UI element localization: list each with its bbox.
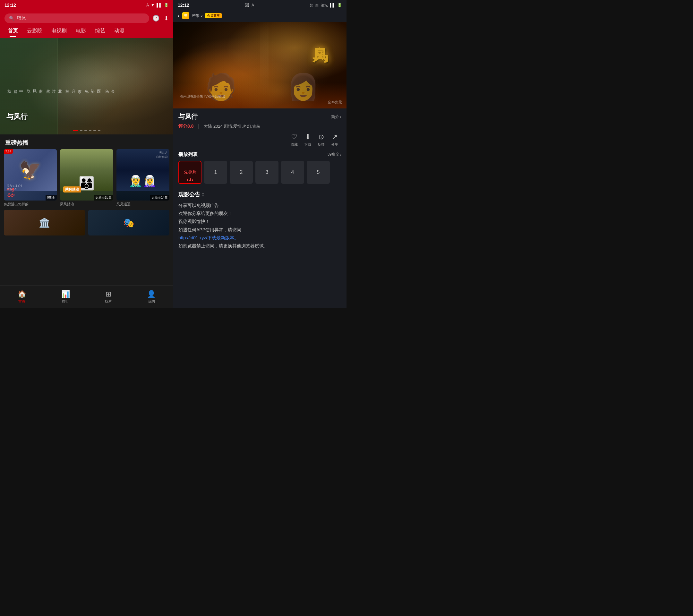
- indicator-a-right: A: [252, 3, 254, 7]
- hero-dot-4[interactable]: [89, 130, 92, 131]
- card-1-inner: 🦅 君たちはどう 生きるか 生き るか 7.14 0集全: [4, 149, 57, 200]
- nav-ranking-label: 排行: [62, 299, 69, 304]
- status-bar-right: 12:12 🖼 A 知 白 论坛 ▌▌ 🔋: [173, 0, 346, 10]
- hero-dot-5[interactable]: [93, 130, 96, 131]
- playlist-item-preview[interactable]: 先导片: [178, 161, 201, 184]
- playlist-section: 播放列表 39集全 › 先导片: [173, 152, 346, 187]
- drama-intro-button[interactable]: 简介 ›: [331, 114, 341, 120]
- card-3-figures-icon: 🧝‍♂️🧝‍♀️: [128, 175, 157, 188]
- tab-movie[interactable]: 电影: [71, 26, 91, 36]
- profile-icon: 👤: [147, 290, 156, 298]
- playlist-item-ep2[interactable]: 2: [230, 161, 253, 184]
- mango-logo-area: ‹ 芒 芒果tv 会员尊享: [178, 12, 222, 19]
- drama-title-cn: 乌凤: [310, 35, 331, 37]
- action-feedback[interactable]: ⊙ 反馈: [318, 133, 325, 147]
- collect-label: 收藏: [291, 142, 298, 147]
- tab-anime[interactable]: 动漫: [110, 26, 129, 36]
- action-download[interactable]: ⬇ 下载: [304, 133, 311, 147]
- playlist-item-ep4[interactable]: 4: [281, 161, 304, 184]
- download-label: 下载: [304, 142, 311, 147]
- wifi-icon: ▼: [151, 3, 155, 7]
- intro-label: 简介: [331, 114, 339, 120]
- search-action-icons: 🕐 ⬇: [152, 15, 169, 22]
- hero-title-text: 与凤行: [6, 112, 27, 122]
- hero-figures: [26, 51, 122, 128]
- history-icon[interactable]: 🕐: [152, 15, 159, 22]
- preview-item-content: 先导片: [184, 170, 196, 175]
- bottom-card-1-bg: 🏛️: [4, 210, 85, 236]
- left-panel: 12:12 A ▼ ▌▌ 🔋 🔍 猎冰 🕐 ⬇ 首页 云影院 电视剧 电影 综艺…: [0, 0, 173, 308]
- nav-tabs: 首页 云影院 电视剧 电影 综艺 动漫: [0, 26, 173, 38]
- playlist-all-button[interactable]: 39集全 ›: [328, 152, 341, 157]
- hero-banner[interactable]: 中庭秋 南风欣 北过然 东升楠 西坠兔 金乌 与凤行: [0, 38, 173, 135]
- tab-cloud-cinema[interactable]: 云影院: [22, 26, 47, 36]
- ep5-label: 5: [317, 170, 320, 175]
- playlist-item-ep1[interactable]: 1: [204, 161, 227, 184]
- nav-item-search[interactable]: ⊞ 找片: [105, 290, 112, 304]
- status-icons-right: 知 白 论坛 ▌▌ 🔋: [310, 3, 342, 8]
- nav-search-label: 找片: [105, 299, 112, 304]
- card-2-update: 更新至18集: [94, 195, 113, 200]
- ranking-icon: 📊: [61, 290, 70, 298]
- card-subtitles-row: 你想活出怎样的... 乘风踏浪 又见逍遥: [0, 200, 173, 206]
- drama-hero-banner[interactable]: 🧑 👩 乌凤 湖南卫视&芒果TV双平台播出 全36集元: [173, 22, 346, 108]
- search-bar: 🔍 猎冰 🕐 ⬇: [0, 10, 173, 26]
- card-drama-3[interactable]: 🧝‍♂️🧝‍♀️ 天乩之白蛇传说 更新至14集: [117, 149, 170, 200]
- ep3-label: 3: [266, 170, 269, 175]
- tab-tv-drama[interactable]: 电视剧: [47, 26, 71, 36]
- nav-profile-label: 我的: [148, 299, 155, 304]
- hero-dot-2[interactable]: [80, 130, 82, 131]
- playlist-title: 播放列表: [178, 152, 198, 158]
- card-1-subtitle: 你想活出怎样的...: [4, 202, 57, 206]
- action-share[interactable]: ↗ 分享: [331, 133, 338, 147]
- hero-dot-1[interactable]: [73, 130, 78, 131]
- card-2-logo: 乘风踏浪: [63, 186, 81, 193]
- card-swimsuit-saga[interactable]: 👨‍👩‍👦 乘风踏浪 更新至18集: [60, 149, 113, 200]
- announce-link[interactable]: http://ct01.xyz/下载最新版本。: [178, 234, 341, 242]
- nav-item-ranking[interactable]: 📊 排行: [61, 290, 70, 304]
- bottom-nav-left: 🏠 首页 📊 排行 ⊞ 找片 👤 我的: [0, 285, 173, 308]
- nav-item-profile[interactable]: 👤 我的: [147, 290, 156, 304]
- ep1-label: 1: [214, 170, 217, 175]
- drama-meta-text: 大陆 2024 剧情,爱情,奇幻,古装: [204, 123, 260, 129]
- drama-broadcast-info: 湖南卫视&芒果TV双平台播出: [180, 94, 346, 99]
- action-collect[interactable]: ♡ 收藏: [291, 133, 298, 147]
- feedback-icon: ⊙: [318, 133, 324, 141]
- platform-badge: 会员尊享: [205, 13, 222, 18]
- bar-1: [187, 179, 188, 181]
- playlist-item-ep5[interactable]: 5: [307, 161, 330, 184]
- announce-line-5: 如浏览器禁止访问，请更换其他浏览器试试。: [178, 242, 341, 250]
- status-icons-left: A ▼ ▌▌ 🔋: [146, 3, 169, 7]
- status-bar-left: 12:12 A ▼ ▌▌ 🔋: [0, 0, 173, 10]
- back-button[interactable]: ‹: [178, 13, 180, 19]
- share-icon: ↗: [332, 133, 338, 141]
- bottom-row-cards: 🏛️ 🎭: [0, 206, 173, 236]
- white-icon: 白: [315, 3, 319, 8]
- bar-2: [189, 180, 190, 181]
- playlist-item-ep3[interactable]: 3: [255, 161, 278, 184]
- hero-dot-6[interactable]: [98, 130, 100, 131]
- drama-rating: 评分8.8: [178, 123, 194, 129]
- download-icon[interactable]: ⬇: [164, 15, 169, 22]
- tab-home[interactable]: 首页: [3, 26, 22, 36]
- card-3-update: 更新至14集: [150, 195, 170, 200]
- card-2-subtitle: 乘风踏浪: [60, 202, 113, 206]
- bottom-card-1[interactable]: 🏛️: [4, 210, 85, 236]
- photo-icon: 🖼: [245, 3, 249, 7]
- announce-line-1: 分享可以免视频广告: [178, 201, 341, 210]
- nav-item-home[interactable]: 🏠 首页: [18, 290, 26, 304]
- battery-icon-right: 🔋: [337, 3, 342, 7]
- search-input-wrap[interactable]: 🔍 猎冰: [4, 14, 149, 23]
- playlist-chevron-icon: ›: [340, 153, 341, 157]
- drama-info-section: 与凤行 简介 › 评分8.8 ｜ 大陆 2024 剧情,爱情,奇幻,古装 ♡ 收…: [173, 108, 346, 152]
- signal-icon-right: ▌▌: [330, 3, 335, 7]
- hero-pagination-dots: [73, 130, 100, 131]
- mango-logo-icon: 芒: [182, 12, 189, 19]
- intro-chevron-icon: ›: [340, 114, 341, 119]
- heart-icon: ♡: [291, 133, 297, 141]
- card-japanese-film[interactable]: 🦅 君たちはどう 生きるか 生き るか 7.14 0集全: [4, 149, 57, 200]
- bottom-card-2[interactable]: 🎭: [88, 210, 170, 236]
- drama-action-buttons: ♡ 收藏 ⬇ 下载 ⊙ 反馈 ↗ 分享: [178, 133, 341, 147]
- tab-variety[interactable]: 综艺: [91, 26, 110, 36]
- hero-dot-3[interactable]: [84, 130, 87, 131]
